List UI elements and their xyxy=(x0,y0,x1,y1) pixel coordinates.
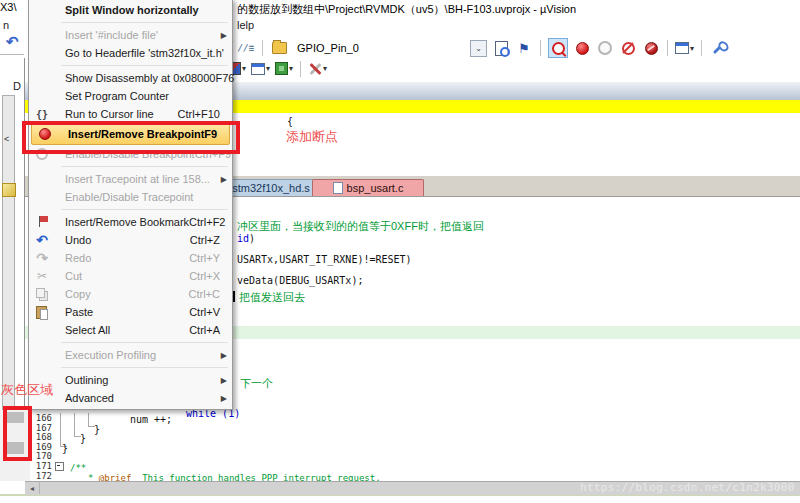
menu-icon-slot xyxy=(29,1,55,19)
menu-separator xyxy=(61,22,228,23)
windows-menu-button[interactable]: ▾ xyxy=(675,39,694,57)
document-icon xyxy=(333,182,343,194)
menu-icon-slot xyxy=(29,188,55,206)
disable-breakpoint-icon[interactable] xyxy=(596,39,614,57)
panel-collapse-icon[interactable]: < xyxy=(4,134,9,144)
open-folder-icon[interactable] xyxy=(270,39,288,57)
code-text: id xyxy=(237,233,249,244)
insert-breakpoint-icon[interactable] xyxy=(573,39,591,57)
menu-item-insert-tracepoint-at-line-158[interactable]: Insert Tracepoint at line 158... xyxy=(29,170,232,188)
menu-item-label: Copy xyxy=(65,288,91,300)
menu-separator xyxy=(61,65,228,66)
code-fragment: 冲区里面，当接收到的的值等于0XFF时，把值返回 xyxy=(237,219,484,234)
paste-icon xyxy=(29,303,55,321)
menu-icon-slot xyxy=(29,44,55,62)
submenu-arrow-icon xyxy=(221,351,227,360)
menu-item-shortcut: Ctrl+X xyxy=(189,270,232,282)
uvision-window: X3\ 的数据放到数组中\Project\RVMDK（uv5）\BH-F103.… xyxy=(0,0,800,503)
menu-item-label: Enable/Disable Tracepoint xyxy=(65,191,193,203)
debug-flag-icon[interactable]: ⚑ xyxy=(515,39,533,57)
file-icon xyxy=(2,183,16,197)
menu-item-enable-disable-tracepoint[interactable]: Enable/Disable Tracepoint xyxy=(29,188,232,206)
tab-stm32f10x-hd[interactable]: stm32f10x_hd.s xyxy=(228,179,314,196)
menu-item-paste[interactable]: PasteCtrl+V xyxy=(29,303,232,321)
code-text: 下一个 xyxy=(240,377,273,389)
find-in-files-icon[interactable] xyxy=(492,39,510,57)
menu-item-label: Run to Cursor line xyxy=(65,108,154,120)
line-number: 169 xyxy=(31,442,52,452)
menu-icon-slot xyxy=(29,69,55,87)
menu-item-shortcut: Ctrl+V xyxy=(189,306,232,318)
line-number: 168 xyxy=(31,432,52,442)
undo-toolbar-icon[interactable]: ↶ xyxy=(6,33,19,51)
menu-item-go-to-headerfile-stm32f10x-it-h[interactable]: Go to Headerfile 'stm32f10x_it.h' xyxy=(29,44,232,62)
menu-item-label: Insert/Remove Bookmark xyxy=(65,216,189,228)
line-number: 172 xyxy=(31,471,52,481)
menu-item-show-disassembly-at-0x08000f76[interactable]: Show Disassembly at 0x08000F76 xyxy=(29,69,232,87)
menu-item-outlining[interactable]: Outlining xyxy=(29,371,232,389)
menu-item-label: Paste xyxy=(65,306,93,318)
menu-icon-slot xyxy=(29,26,55,44)
menu-item-set-program-counter[interactable]: Set Program Counter xyxy=(29,87,232,105)
menu-help[interactable]: lelp xyxy=(237,19,254,31)
menu-separator xyxy=(61,342,228,343)
show-current-statement-button[interactable] xyxy=(548,38,568,58)
system-viewer-chip-icon[interactable]: ▾ xyxy=(275,60,293,78)
menu-item-advanced[interactable]: Advanced xyxy=(29,389,232,407)
tab-bsp-usart[interactable]: bsp_usart.c xyxy=(312,179,424,196)
menu-item-undo[interactable]: UndoCtrl+Z xyxy=(29,231,232,249)
toolbar-main: //≡ GPIO_Pin_0 ⌄ ⚑ ▾ xyxy=(237,38,727,58)
flash-tools-icon[interactable]: ▾ xyxy=(308,60,327,78)
code-fragment: 下一个 xyxy=(240,376,273,391)
csdn-watermark: https://blog.csdn.net/c1n2k3000 xyxy=(580,481,795,494)
code-text: ) xyxy=(249,233,255,244)
scroll-left-icon[interactable] xyxy=(25,482,40,494)
menu-item-label: Cut xyxy=(65,270,82,282)
memory-window-icon[interactable]: ▾ xyxy=(251,60,270,78)
menu-item-label: Select All xyxy=(65,324,110,336)
code-text: 冲区里面，当接收到的的值等于0XFF时，把值返回 xyxy=(237,220,484,232)
comment-icon[interactable]: //≡ xyxy=(237,39,255,57)
code-fragment: 把值发送回去 xyxy=(239,290,305,305)
copy-icon xyxy=(29,285,55,303)
find-combobox[interactable]: GPIO_Pin_0 xyxy=(293,42,465,54)
menu-item-shortcut: Ctrl+F2 xyxy=(189,216,237,228)
menu-item-shortcut: Ctrl+Z xyxy=(190,234,232,246)
code-text: USARTx,USART_IT_RXNE)!=RESET) xyxy=(237,254,412,265)
undo-icon xyxy=(29,231,55,249)
menu-item-label: Redo xyxy=(65,252,91,264)
toolbar-separator xyxy=(701,40,702,56)
find-dropdown-button[interactable]: ⌄ xyxy=(470,40,487,57)
menubar-fragment-left[interactable]: n xyxy=(3,19,9,31)
menu-item-insert-remove-bookmark[interactable]: Insert/Remove BookmarkCtrl+F2 xyxy=(29,213,232,231)
annotation-box-gray-area xyxy=(3,406,32,461)
menu-item-select-all[interactable]: Select AllCtrl+A xyxy=(29,321,232,339)
annotation-add-breakpoint: 添加断点 xyxy=(286,128,338,146)
menu-item-split-window-horizontally[interactable]: Split Window horizontally xyxy=(29,1,232,19)
menu-item-label: Set Program Counter xyxy=(65,90,169,102)
menu-item-copy[interactable]: CopyCtrl+C xyxy=(29,285,232,303)
code-text: { xyxy=(287,116,293,127)
menu-item-insert-include-file[interactable]: Insert '#include file' xyxy=(29,26,232,44)
menu-item-execution-profiling[interactable]: Execution Profiling xyxy=(29,346,232,364)
editor-line: 166num ++; xyxy=(0,413,800,423)
menu-item-label: Split Window horizontally xyxy=(65,4,199,16)
menu-separator xyxy=(61,367,228,368)
submenu-arrow-icon xyxy=(221,394,227,403)
menu-separator xyxy=(61,209,228,210)
line-number: 166 xyxy=(31,413,52,423)
submenu-arrow-icon xyxy=(221,175,227,184)
context-menu: Split Window horizontallyInsert '#includ… xyxy=(28,0,233,410)
menu-item-shortcut: Ctrl+Y xyxy=(189,252,232,264)
kill-all-breakpoints-icon[interactable] xyxy=(619,39,637,57)
configure-wrench-icon[interactable] xyxy=(709,39,727,57)
menu-item-cut[interactable]: CutCtrl+X xyxy=(29,267,232,285)
code-fragment: veData(DEBUG_USARTx); xyxy=(237,274,363,286)
menu-item-shortcut: Ctrl+C xyxy=(189,288,232,300)
code-fragment: id) xyxy=(237,232,255,244)
menu-item-redo[interactable]: RedoCtrl+Y xyxy=(29,249,232,267)
toolbar-separator xyxy=(262,40,263,56)
editor-line: 172* @brief This function handles PPP in… xyxy=(0,471,800,481)
menu-item-label: Go to Headerfile 'stm32f10x_it.h' xyxy=(65,47,224,59)
disable-all-breakpoints-icon[interactable] xyxy=(642,39,660,57)
